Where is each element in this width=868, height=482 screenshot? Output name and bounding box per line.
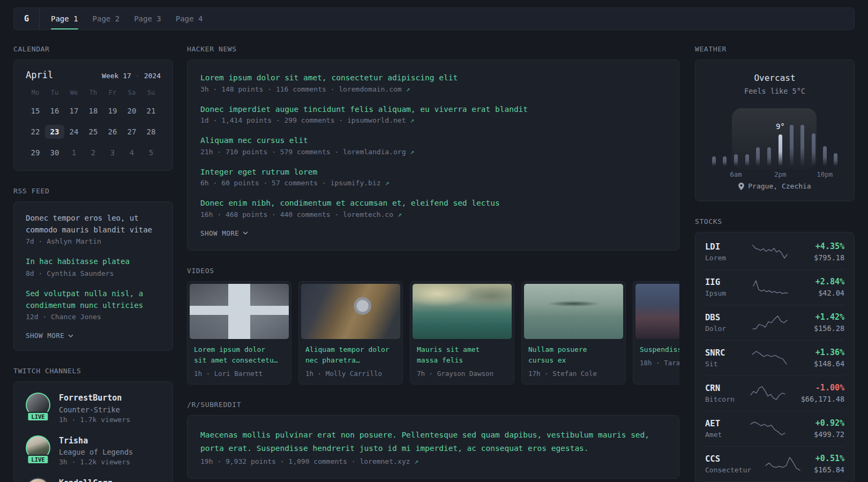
weather-hour-column <box>712 117 716 166</box>
hackernews-item-title[interactable]: Aliquam nec cursus elit <box>200 135 666 146</box>
video-title: Aliquam tempor dolor nec pharetra… <box>305 344 392 366</box>
weather-time-tick: 10pm <box>817 170 833 178</box>
weather-hour-column <box>811 117 815 166</box>
chevron-down-icon <box>243 231 248 235</box>
left-column: CALENDAR April Week 17 · 2024 MoTuWeThFr… <box>13 45 173 482</box>
weather-hourly-chart: 6am <box>712 117 838 166</box>
calendar-year: 2024 <box>144 72 161 80</box>
weather-bar <box>723 156 727 166</box>
hackernews-item-title[interactable]: Donec enim nibh, condimentum et accumsan… <box>200 198 666 209</box>
separator-dot: · <box>136 72 140 80</box>
rss-show-more-button[interactable]: SHOW MORE <box>26 332 73 340</box>
hackernews-item-title[interactable]: Integer eget rutrum lorem <box>200 167 666 178</box>
twitch-channel-row[interactable]: LIVE ForrestBurton Counter-Strike 1h · 1… <box>26 393 161 423</box>
page-tab[interactable]: Page 3 <box>134 8 161 29</box>
stock-ticker: DBS <box>705 313 747 322</box>
subreddit-post-meta: 19h · 9,932 points · 1,090 comments · lo… <box>200 457 410 465</box>
calendar-day: 28 <box>141 125 161 139</box>
page-tab[interactable]: Page 2 <box>93 8 120 29</box>
calendar-day: 22 <box>26 125 45 139</box>
stock-change: +4.35% <box>793 242 844 251</box>
weather-hour-column <box>800 117 805 166</box>
stock-row[interactable]: IIG Ipsum +2.84% $42.04 <box>705 269 844 305</box>
weekday-label: Th <box>84 89 103 96</box>
hackernews-show-more-button[interactable]: SHOW MORE <box>200 229 248 237</box>
stock-row[interactable]: SNRC Sit +1.36% $148.64 <box>705 340 844 375</box>
stock-row[interactable]: LDI Lorem +4.35% $795.18 <box>705 235 844 269</box>
stock-row[interactable]: AET Amet +0.92% $499.72 <box>705 411 844 446</box>
weather-section-title: WEATHER <box>695 45 855 53</box>
page-tab[interactable]: Page 1 <box>51 8 78 29</box>
channel-name: ForrestBurton <box>59 393 130 403</box>
calendar-day: 1 <box>64 146 84 160</box>
video-title: Mauris sit amet massa felis <box>417 344 504 366</box>
calendar-day: 21 <box>141 104 161 118</box>
twitch-channel-row[interactable]: LIVE KendallCarr <box>26 478 161 482</box>
video-card[interactable]: Aliquam tempor dolor nec pharetra… 1h · … <box>298 281 403 385</box>
stock-row[interactable]: DBS Dolor +1.42% $156.28 <box>705 305 844 340</box>
stock-row[interactable]: CRN Bitcorn -1.00% $66,171.48 <box>705 375 844 411</box>
video-meta: 17h · Stefan Cole <box>528 370 619 378</box>
stocks-widget: STOCKS LDI Lorem +4.35% $795.18 <box>695 217 855 482</box>
hackernews-item-meta: 21h · 710 points · 579 comments · loreml… <box>200 148 406 156</box>
channel-name: KendallCarr <box>59 478 112 482</box>
hackernews-list: Lorem ipsum dolor sit amet, consectetur … <box>200 73 666 219</box>
rss-item: Donec tempor eros leo, ut commodo mauris… <box>26 213 161 245</box>
hackernews-item-meta: 16h · 468 points · 440 comments · loremt… <box>200 210 393 219</box>
weekday-label: Su <box>141 89 161 96</box>
middle-column: HACKER NEWS Lorem ipsum dolor sit amet, … <box>187 45 679 479</box>
stock-change: +2.84% <box>794 277 844 287</box>
video-thumbnail <box>524 284 623 339</box>
weekday-label: Tu <box>45 89 64 96</box>
video-thumbnail <box>301 284 400 339</box>
weather-hour-column <box>756 117 760 166</box>
rss-widget: RSS FEED Donec tempor eros leo, ut commo… <box>13 187 173 351</box>
weather-hour-column <box>723 117 727 166</box>
chevron-down-icon <box>68 334 73 337</box>
calendar-day: 15 <box>26 104 45 118</box>
video-card[interactable]: Nullam posuere cursus ex 17h · Stefan Co… <box>521 281 626 385</box>
rss-item: In hac habitasse platea 8d · Cynthia Sau… <box>26 256 161 277</box>
stock-sparkline <box>752 244 788 260</box>
calendar-day: 30 <box>45 146 64 160</box>
stock-ticker: CRN <box>705 383 745 393</box>
rss-item-title[interactable]: Sed volutpat nulla nisl, a condimentum n… <box>26 288 161 311</box>
video-title: Lorem ipsum dolor sit amet consectetu… <box>194 344 281 366</box>
twitch-channel-row[interactable]: LIVE Trisha League of Legends 3h · 1.2k … <box>26 435 161 466</box>
video-title: Nullam posuere cursus ex <box>528 344 615 366</box>
hackernews-item-title[interactable]: Donec imperdiet augue tincidunt felis al… <box>200 104 666 115</box>
stock-change: +0.92% <box>791 418 844 428</box>
weather-bar <box>790 125 794 166</box>
calendar-day: 4 <box>122 146 141 160</box>
stock-row[interactable]: CCS Consectetur +0.51% $165.84 <box>705 446 844 481</box>
hackernews-item: Aliquam nec cursus elit 21h · 710 points… <box>200 135 666 156</box>
hackernews-card: Lorem ipsum dolor sit amet, consectetur … <box>187 59 679 251</box>
external-link-icon: ↗ <box>385 179 389 187</box>
calendar-day: 3 <box>103 146 122 160</box>
stock-change: -1.00% <box>791 383 844 393</box>
stock-price: $42.04 <box>794 289 844 297</box>
rss-item-title[interactable]: Donec tempor eros leo, ut commodo mauris… <box>26 213 161 236</box>
subreddit-post-title[interactable]: Maecenas mollis pulvinar erat non posuer… <box>200 428 666 456</box>
video-card[interactable]: Suspendisse diam 18h · Tara <box>633 281 679 385</box>
calendar-day: 20 <box>122 104 141 118</box>
stock-ticker: SNRC <box>705 348 746 358</box>
right-column: WEATHER Overcast Feels like 5°C <box>695 45 855 482</box>
video-meta: 1h · Lori Barnett <box>194 370 285 378</box>
stock-ticker: IIG <box>705 277 747 287</box>
stock-name: Bitcorn <box>705 395 745 403</box>
weekday-label: Fr <box>103 89 122 96</box>
rss-item-meta: 12d · Chance Jones <box>26 313 161 321</box>
weather-hour-column: 10pm <box>822 117 827 166</box>
hackernews-item-title[interactable]: Lorem ipsum dolor sit amet, consectetur … <box>200 73 666 84</box>
stock-change: +1.36% <box>792 348 844 357</box>
calendar-week-year: Week 17 · 2024 <box>102 72 161 80</box>
app-logo[interactable]: G <box>14 8 40 29</box>
page-tab[interactable]: Page 4 <box>176 8 203 29</box>
video-card[interactable]: Mauris sit amet massa felis 7h · Grayson… <box>410 281 514 385</box>
rss-item-title[interactable]: In hac habitasse platea <box>26 256 161 268</box>
weather-feels-like: Feels like 5°C <box>708 87 841 95</box>
hackernews-item: Donec enim nibh, condimentum et accumsan… <box>200 198 666 219</box>
video-card[interactable]: Lorem ipsum dolor sit amet consectetu… 1… <box>187 281 291 385</box>
stocks-section-title: STOCKS <box>695 217 855 225</box>
